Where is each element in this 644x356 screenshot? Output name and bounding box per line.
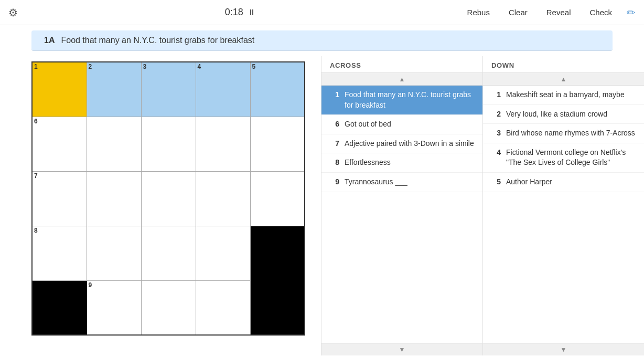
content-row: 123456789 ACROSS ▲ 1Food that many an N.…	[0, 56, 644, 355]
cell-number: 4	[198, 64, 201, 70]
cell-number: 3	[143, 64, 147, 70]
topbar-center: 0:18 ⏸	[225, 7, 256, 18]
clue-banner: 1A Food that many an N.Y.C. tourist grab…	[31, 30, 613, 51]
clue-number: 7	[330, 139, 339, 148]
down-clue-item[interactable]: 2Very loud, like a stadium crowd	[483, 105, 644, 124]
crossword-grid: 123456789	[31, 61, 305, 336]
grid-cell[interactable]: 9	[87, 280, 141, 335]
across-clue-item[interactable]: 8Effortlessness	[321, 153, 482, 173]
pen-icon[interactable]: ✏	[627, 6, 636, 19]
banner-clue-text: Food that many an N.Y.C. tourist grabs f…	[61, 36, 254, 45]
across-clue-item[interactable]: 7Adjective paired with 3-Down in a simil…	[321, 134, 482, 154]
across-clue-item[interactable]: 9Tyrannosaurus ___	[321, 173, 482, 192]
grid-cell[interactable]: 5	[250, 62, 305, 117]
grid-cell[interactable]	[87, 226, 141, 280]
grid-cell[interactable]	[196, 226, 250, 280]
clear-button[interactable]: Clear	[505, 6, 532, 19]
topbar: ⚙ 0:18 ⏸ Rebus Clear Reveal Check ✏	[0, 0, 644, 25]
clue-number: 5	[491, 177, 501, 186]
across-panel: ACROSS ▲ 1Food that many an N.Y.C. touri…	[321, 56, 482, 355]
clue-number: 6	[330, 119, 339, 128]
across-scroll-down[interactable]: ▼	[321, 343, 482, 355]
rebus-button[interactable]: Rebus	[463, 6, 494, 19]
topbar-right: Rebus Clear Reveal Check ✏	[463, 6, 636, 19]
cell-number: 1	[34, 64, 38, 70]
clue-number: 3	[491, 128, 501, 137]
clue-text: Effortlessness	[345, 158, 391, 168]
across-scroll-up[interactable]: ▲	[321, 73, 482, 86]
across-clues-list: 1Food that many an N.Y.C. tourist grabs …	[321, 86, 482, 343]
grid-cell[interactable]: 8	[32, 226, 87, 280]
clue-text: Adjective paired with 3-Down in a simile	[345, 139, 474, 149]
pause-icon[interactable]: ⏸	[248, 8, 256, 17]
grid-cell[interactable]	[87, 117, 141, 171]
grid-cell[interactable]: 7	[32, 171, 87, 226]
clue-text: Bird whose name rhymes with 7-Across	[506, 128, 635, 139]
grid-cell[interactable]: 6	[32, 117, 87, 171]
down-clue-item[interactable]: 5Author Harper	[483, 173, 644, 192]
topbar-left: ⚙	[8, 6, 18, 19]
reveal-button[interactable]: Reveal	[542, 6, 575, 19]
grid-cell[interactable]	[141, 117, 196, 171]
grid-cell[interactable]	[250, 280, 305, 335]
cell-number: 7	[34, 173, 38, 179]
down-clue-item[interactable]: 3Bird whose name rhymes with 7-Across	[483, 124, 644, 143]
down-clues-list: 1Makeshift seat in a barnyard, maybe2Ver…	[483, 86, 644, 343]
cell-number: 6	[34, 118, 38, 124]
across-clue-item[interactable]: 6Got out of bed	[321, 115, 482, 134]
grid-cell[interactable]	[196, 117, 250, 171]
clue-number: 1	[330, 90, 339, 99]
clue-number: 2	[491, 109, 501, 118]
cell-number: 5	[252, 64, 256, 70]
grid-cell[interactable]: 1	[32, 62, 87, 117]
cell-number: 2	[89, 64, 92, 70]
down-header: DOWN	[483, 56, 644, 73]
clue-text: Author Harper	[506, 177, 552, 187]
grid-cell[interactable]	[196, 280, 250, 335]
grid-cell[interactable]	[250, 226, 305, 280]
grid-cell[interactable]	[250, 171, 305, 226]
clue-text: Makeshift seat in a barnyard, maybe	[506, 90, 625, 100]
gear-icon[interactable]: ⚙	[8, 6, 18, 19]
grid-cell[interactable]	[87, 171, 141, 226]
grid-cell[interactable]: 3	[141, 62, 196, 117]
clue-number: 9	[330, 177, 339, 186]
down-clue-item[interactable]: 4Fictional Vermont college on Netflix's …	[483, 143, 644, 173]
down-clue-item[interactable]: 1Makeshift seat in a barnyard, maybe	[483, 86, 644, 105]
clue-number: 4	[491, 148, 501, 156]
cell-number: 8	[34, 227, 38, 234]
down-scroll-down[interactable]: ▼	[483, 343, 644, 355]
cell-number: 9	[89, 282, 92, 288]
grid-cell[interactable]	[196, 171, 250, 226]
grid-area: 123456789	[0, 56, 321, 355]
down-scroll-up[interactable]: ▲	[483, 73, 644, 86]
clue-text: Very loud, like a stadium crowd	[506, 109, 607, 120]
grid-cell[interactable]	[141, 226, 196, 280]
down-panel: DOWN ▲ 1Makeshift seat in a barnyard, ma…	[482, 56, 644, 355]
grid-cell[interactable]	[141, 171, 196, 226]
grid-cell[interactable]	[141, 280, 196, 335]
clue-number: 1	[491, 90, 501, 99]
timer-display: 0:18	[225, 7, 243, 18]
clue-number: 8	[330, 158, 339, 166]
grid-cell[interactable]: 2	[87, 62, 141, 117]
grid-cell[interactable]: 4	[196, 62, 250, 117]
clue-text: Tyrannosaurus ___	[345, 177, 407, 187]
grid-cell[interactable]	[250, 117, 305, 171]
clue-text: Got out of bed	[345, 119, 391, 130]
across-header: ACROSS	[321, 56, 482, 73]
clue-text: Fictional Vermont college on Netflix's "…	[506, 148, 636, 168]
banner-clue-number: 1A	[44, 36, 55, 45]
check-button[interactable]: Check	[585, 6, 616, 19]
grid-cell[interactable]	[32, 280, 87, 335]
clue-text: Food that many an N.Y.C. tourist grabs f…	[345, 90, 474, 110]
across-clue-item[interactable]: 1Food that many an N.Y.C. tourist grabs …	[321, 86, 482, 115]
